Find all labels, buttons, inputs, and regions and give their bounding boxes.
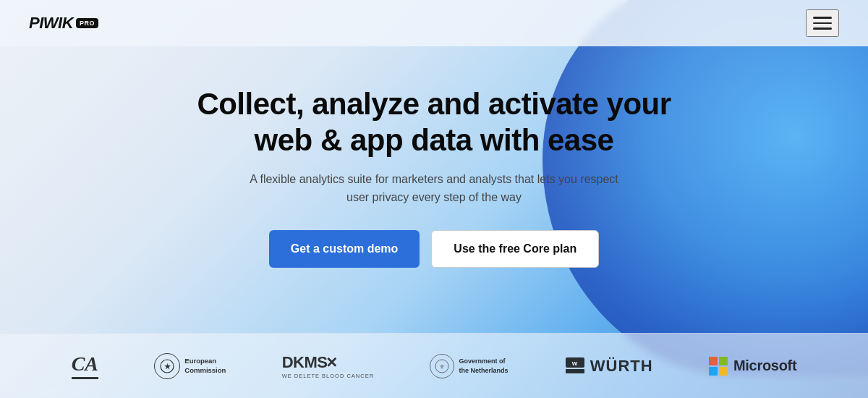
svg-text:W: W <box>572 360 579 366</box>
dkms-name: DKMS <box>282 353 328 372</box>
ec-emblem: ★ <box>154 353 180 379</box>
get-demo-button[interactable]: Get a custom demo <box>269 230 420 268</box>
ms-label: Microsoft <box>733 357 796 374</box>
ms-sq-green <box>719 357 728 365</box>
wurth-icon: W <box>564 357 586 375</box>
wurth-label: WÜRTH <box>590 357 653 376</box>
ms-grid <box>709 357 728 376</box>
hamburger-line-2 <box>813 22 832 25</box>
nl-text: Government ofthe Netherlands <box>459 357 508 375</box>
hero-subtitle: A flexible analytics suite for marketers… <box>246 171 622 207</box>
dkms-sub: WE DELETE BLOOD CANCER <box>282 373 374 379</box>
ms-sq-yellow <box>719 367 728 376</box>
hamburger-line-1 <box>813 17 832 19</box>
logo[interactable]: PIWIK PRO <box>29 14 98 33</box>
hero-section: Collect, analyze and activate your web &… <box>0 46 868 268</box>
hero-title: Collect, analyze and activate your web &… <box>188 86 680 158</box>
svg-text:★: ★ <box>164 363 171 371</box>
svg-rect-5 <box>566 369 584 373</box>
ec-text: EuropeanCommission <box>184 357 226 375</box>
ms-sq-red <box>709 357 718 365</box>
cta-row: Get a custom demo Use the free Core plan <box>269 230 599 268</box>
brand-badge: PRO <box>76 18 98 28</box>
ms-sq-blue <box>709 367 718 376</box>
hamburger-button[interactable] <box>806 9 839 37</box>
dkms-x: ✕ <box>326 354 338 371</box>
logo-microsoft: Microsoft <box>709 357 796 376</box>
hamburger-line-3 <box>813 27 832 30</box>
logo-dkms: DKMS ✕ WE DELETE BLOOD CANCER <box>282 353 374 379</box>
logo-credit-agricole: CA <box>72 352 98 379</box>
logo-wurth: W WÜRTH <box>564 357 653 376</box>
nl-seal: ⚜ <box>430 354 454 378</box>
svg-text:⚜: ⚜ <box>439 363 445 371</box>
logos-strip: CA ★ EuropeanCommission DKMS ✕ WE DELETE… <box>0 333 868 398</box>
logo-european-commission: ★ EuropeanCommission <box>154 353 226 379</box>
core-plan-button[interactable]: Use the free Core plan <box>431 230 599 268</box>
logo-netherlands: ⚜ Government ofthe Netherlands <box>430 354 508 378</box>
brand-name: PIWIK <box>29 14 73 33</box>
navbar: PIWIK PRO <box>0 0 868 46</box>
ca-logo-text: CA <box>72 352 98 379</box>
